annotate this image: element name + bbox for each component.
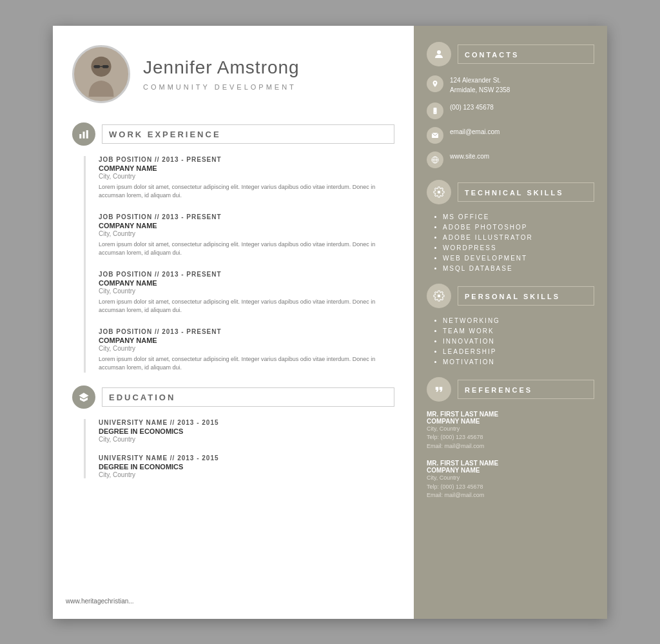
contact-email: email@emai.com (427, 127, 594, 144)
personal-skills-title-bar: PERSONAL SKILLS (458, 286, 594, 306)
edu-city: City, Country (99, 471, 394, 478)
svg-point-7 (437, 50, 441, 54)
skill-item: MS OFFICE (443, 213, 594, 220)
personal-skills-header: PERSONAL SKILLS (427, 284, 594, 308)
email-icon-box (427, 127, 443, 144)
work-desc: Lorem ipsum dolor sit amet, consectetur … (99, 183, 394, 200)
skill-item: MSQL DATABASE (443, 265, 594, 272)
phone-icon (431, 107, 439, 115)
svg-rect-1 (93, 65, 100, 68)
work-desc: Lorem ipsum dolor sit amet, consectetur … (99, 355, 394, 373)
skill-item: ADOBE ILLUSTRATOR (443, 234, 594, 241)
personal-skills-icon-box (427, 284, 451, 308)
personal-skill-item: LEADERSHIP (443, 348, 594, 355)
edu-degree: DEGREE IN ECONOMICS (99, 463, 394, 471)
work-title-bar: WORK EXPERIENCE (102, 124, 394, 144)
education-header: EDUCATION (72, 385, 394, 409)
work-city: City, Country (99, 345, 394, 352)
references-section: REFERENCES MR. FIRST LAST NAME COMPANY N… (427, 377, 594, 500)
work-desc: Lorem ipsum dolor sit amet, consectetur … (99, 240, 394, 258)
ref-detail: City, CountryTelp: (000) 123 45678Email:… (427, 474, 594, 500)
location-icon-box (427, 75, 443, 92)
avatar (72, 45, 130, 103)
website-text: www.site.com (450, 151, 489, 161)
personal-skill-item: NETWORKING (443, 317, 594, 324)
bar-chart-icon (78, 128, 90, 140)
contact-website: www.site.com (427, 151, 594, 168)
edu-university: UNIVERSITY NAME // 2013 - 2015 (99, 419, 394, 426)
references-header: REFERENCES (427, 377, 594, 402)
title-text: COMMUNITY DEVELOPMENT (143, 83, 300, 91)
work-position: JOB POSITION // 2013 - PRESENT (99, 156, 394, 163)
work-city: City, Country (99, 230, 394, 237)
work-company: COMPANY NAME (99, 164, 394, 172)
work-items: JOB POSITION // 2013 - PRESENT COMPANY N… (84, 156, 394, 373)
education-icon-box (72, 385, 95, 409)
work-company: COMPANY NAME (99, 337, 394, 344)
reference-item: MR. FIRST LAST NAME COMPANY NAME City, C… (427, 411, 594, 451)
location-icon (431, 80, 439, 88)
svg-rect-2 (102, 65, 109, 68)
skill-item: WEB DEVELOPMENT (443, 255, 594, 262)
email-icon (431, 132, 439, 139)
quote-icon (433, 384, 445, 395)
contacts-title-bar: CONTACTS (458, 44, 594, 64)
gear-icon (433, 186, 445, 198)
personal-skill-item: INNOVATION (443, 338, 594, 345)
left-panel: Jennifer Amstrong COMMUNITY DEVELOPMENT … (53, 26, 414, 619)
header-text: Jennifer Amstrong COMMUNITY DEVELOPMENT (143, 57, 300, 91)
right-panel: CONTACTS 124 Alexander St.Armidale, NSW … (414, 26, 607, 619)
edu-item: UNIVERSITY NAME // 2013 - 2015 DEGREE IN… (99, 454, 394, 478)
graduation-icon (78, 391, 90, 403)
education-title-bar: EDUCATION (102, 387, 394, 407)
work-icon-box (72, 122, 95, 146)
email-text: email@emai.com (450, 127, 500, 137)
work-company: COMPANY NAME (99, 279, 394, 287)
tech-skills-title-bar: TECHNICAL SKILLS (458, 182, 594, 202)
references-list: MR. FIRST LAST NAME COMPANY NAME City, C… (427, 411, 594, 500)
skill-item: WORDPRESS (443, 244, 594, 251)
tech-skills-list: MS OFFICEADOBE PHOTOSHOPADOBE ILLUSTRATO… (427, 213, 594, 272)
ref-detail: City, CountryTelp: (000) 123 45678Email:… (427, 425, 594, 451)
work-experience-header: WORK EXPERIENCE (72, 122, 394, 146)
edu-items: UNIVERSITY NAME // 2013 - 2015 DEGREE IN… (84, 419, 394, 478)
ref-name: MR. FIRST LAST NAME (427, 411, 594, 418)
web-icon-box (427, 151, 443, 168)
personal-skill-item: TEAM WORK (443, 327, 594, 335)
work-item: JOB POSITION // 2013 - PRESENT COMPANY N… (99, 213, 394, 258)
references-icon-box (427, 377, 451, 402)
personal-skills-list: NETWORKINGTEAM WORKINNOVATIONLEADERSHIPM… (427, 317, 594, 366)
work-position: JOB POSITION // 2013 - PRESENT (99, 271, 394, 278)
work-position: JOB POSITION // 2013 - PRESENT (99, 328, 394, 335)
gear2-icon (433, 290, 445, 302)
work-city: City, Country (99, 288, 394, 295)
svg-rect-5 (83, 132, 85, 139)
phone-text: (00) 123 45678 (450, 102, 494, 112)
edu-degree: DEGREE IN ECONOMICS (99, 427, 394, 435)
name-text: Jennifer Amstrong (143, 57, 300, 78)
work-company: COMPANY NAME (99, 222, 394, 229)
svg-rect-4 (79, 134, 81, 139)
svg-rect-6 (86, 130, 88, 139)
tech-skills-icon-box (427, 180, 451, 204)
work-item: JOB POSITION // 2013 - PRESENT COMPANY N… (99, 156, 394, 200)
ref-company: COMPANY NAME (427, 467, 594, 474)
work-position: JOB POSITION // 2013 - PRESENT (99, 213, 394, 220)
technical-skills-section: TECHNICAL SKILLS MS OFFICEADOBE PHOTOSHO… (427, 180, 594, 272)
work-item: JOB POSITION // 2013 - PRESENT COMPANY N… (99, 271, 394, 315)
address-text: 124 Alexander St.Armidale, NSW 2358 (450, 75, 510, 95)
ref-company: COMPANY NAME (427, 418, 594, 425)
watermark: www.heritagechristian... (66, 598, 134, 605)
references-title-bar: REFERENCES (458, 380, 594, 399)
person-icon (433, 48, 445, 60)
edu-university: UNIVERSITY NAME // 2013 - 2015 (99, 454, 394, 462)
resume-wrapper: Jennifer Amstrong COMMUNITY DEVELOPMENT … (53, 26, 607, 619)
reference-item: MR. FIRST LAST NAME COMPANY NAME City, C… (427, 460, 594, 500)
edu-city: City, Country (99, 436, 394, 443)
personal-skills-section: PERSONAL SKILLS NETWORKINGTEAM WORKINNOV… (427, 284, 594, 366)
phone-icon-box (427, 102, 443, 119)
contact-address: 124 Alexander St.Armidale, NSW 2358 (427, 75, 594, 95)
work-city: City, Country (99, 173, 394, 180)
work-item: JOB POSITION // 2013 - PRESENT COMPANY N… (99, 328, 394, 373)
edu-item: UNIVERSITY NAME // 2013 - 2015 DEGREE IN… (99, 419, 394, 443)
